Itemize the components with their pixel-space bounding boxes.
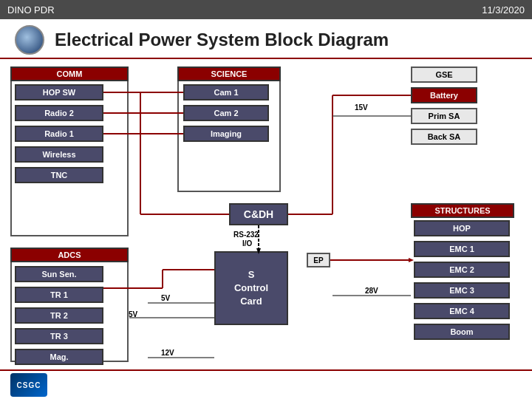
title-area: Electrical Power System Block Diagram [0,19,532,59]
page-title: Electrical Power System Block Diagram [55,30,389,50]
adcs-tr2: TR 2 [15,307,103,324]
scontrol-box: SControlCard [214,251,288,325]
comm-radio2: Radio 2 [15,105,103,121]
science-cam2: Cam 2 [183,105,269,121]
v5-1-label: 5V [161,294,170,302]
science-cam1: Cam 1 [183,84,269,100]
gse-box: GSE [411,66,477,83]
cdh-box: C&DH [229,203,288,225]
struct-emc3: EMC 3 [414,282,510,299]
struct-hop: HOP [414,220,510,236]
v15-label: 15V [355,103,368,112]
struct-emc4: EMC 4 [414,303,510,319]
adcs-sunsen: Sun Sen. [15,266,103,282]
v28-label: 28V [365,287,378,295]
footer-logo-text: CSGC [17,381,41,389]
prim-sa-box: Prim SA [411,108,477,124]
footer: CSGC [0,369,532,399]
adcs-mag: Mag. [15,349,103,365]
struct-emc2: EMC 2 [414,262,510,278]
comm-header: COMM [10,66,129,81]
adcs-tr1: TR 1 [15,287,103,303]
app-title: DINO PDR [7,4,55,16]
science-header: SCIENCE [177,66,281,81]
logo-icon [15,25,44,55]
rs232-label: RS-232 [233,231,259,239]
header-bar: DINO PDR 11/3/2020 [0,0,532,19]
comm-wireless: Wireless [15,146,103,163]
footer-logo: CSGC [10,373,47,397]
v5-2-label: 5V [129,310,137,318]
svg-marker-20 [409,258,414,262]
battery-box: Battery [411,87,477,103]
io-label: I/O [242,239,252,248]
adcs-section-outline [10,248,129,362]
adcs-tr3: TR 3 [15,328,103,344]
comm-tnc: TNC [15,167,103,183]
comm-hop-sw: HOP SW [15,84,103,100]
v12-label: 12V [161,349,174,357]
structures-header: STRUCTURES [411,203,514,218]
comm-radio1: Radio 1 [15,126,103,142]
adcs-header: ADCS [10,248,129,262]
header-date: 11/3/2020 [482,4,525,16]
back-sa-box: Back SA [411,129,477,145]
scontrol-label: SControlCard [234,268,268,309]
science-imaging: Imaging [183,126,269,142]
ep-box: EP [307,253,330,267]
struct-emc1: EMC 1 [414,241,510,257]
struct-boom: Boom [414,324,510,340]
diagram-area: COMM HOP SW Radio 2 Radio 1 Wireless TNC… [0,59,532,369]
